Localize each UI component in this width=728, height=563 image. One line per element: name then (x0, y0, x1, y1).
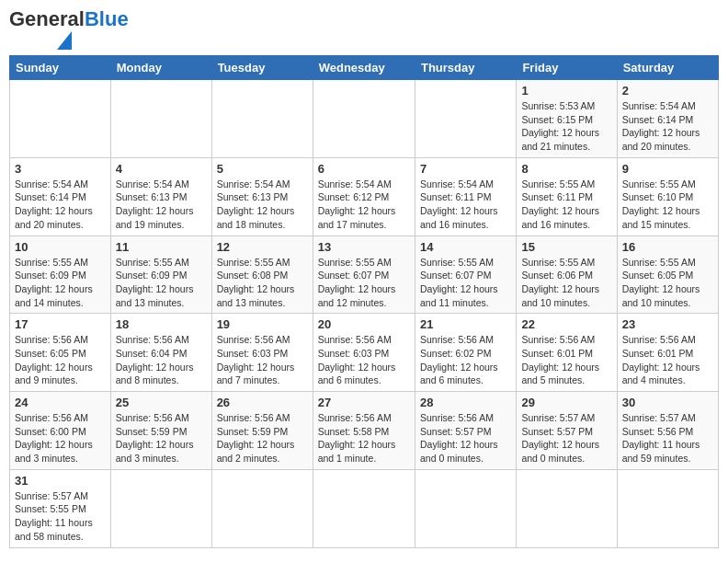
day-info: Sunrise: 5:54 AM Sunset: 6:14 PM Dayligh… (15, 178, 106, 232)
calendar-cell: 16Sunrise: 5:55 AM Sunset: 6:05 PM Dayli… (617, 236, 718, 314)
day-info: Sunrise: 5:56 AM Sunset: 6:01 PM Dayligh… (622, 333, 713, 387)
day-info: Sunrise: 5:55 AM Sunset: 6:09 PM Dayligh… (15, 256, 106, 310)
calendar-cell: 10Sunrise: 5:55 AM Sunset: 6:09 PM Dayli… (10, 236, 111, 314)
day-info: Sunrise: 5:56 AM Sunset: 5:58 PM Dayligh… (318, 411, 410, 465)
day-info: Sunrise: 5:55 AM Sunset: 6:07 PM Dayligh… (420, 256, 511, 310)
calendar-week-row: 10Sunrise: 5:55 AM Sunset: 6:09 PM Dayli… (10, 236, 719, 314)
calendar-week-row: 3Sunrise: 5:54 AM Sunset: 6:14 PM Daylig… (10, 157, 719, 236)
weekday-header-monday: Monday (110, 56, 211, 80)
day-number: 30 (622, 396, 713, 409)
day-info: Sunrise: 5:56 AM Sunset: 6:05 PM Dayligh… (15, 333, 106, 387)
calendar-cell: 12Sunrise: 5:55 AM Sunset: 6:08 PM Dayli… (211, 236, 313, 314)
logo-text: General (9, 9, 85, 29)
day-info: Sunrise: 5:56 AM Sunset: 6:04 PM Dayligh… (116, 333, 207, 387)
day-info: Sunrise: 5:55 AM Sunset: 6:06 PM Dayligh… (521, 256, 611, 310)
day-info: Sunrise: 5:57 AM Sunset: 5:55 PM Dayligh… (15, 489, 106, 544)
calendar-table: SundayMondayTuesdayWednesdayThursdayFrid… (9, 55, 719, 548)
day-info: Sunrise: 5:55 AM Sunset: 6:09 PM Dayligh… (116, 256, 207, 310)
day-number: 20 (318, 317, 410, 331)
calendar-week-row: 24Sunrise: 5:56 AM Sunset: 6:00 PM Dayli… (10, 392, 719, 470)
calendar-cell: 31Sunrise: 5:57 AM Sunset: 5:55 PM Dayli… (10, 469, 111, 547)
calendar-cell: 1Sunrise: 5:53 AM Sunset: 6:15 PM Daylig… (517, 80, 617, 158)
day-number: 27 (318, 396, 410, 409)
weekday-header-row: SundayMondayTuesdayWednesdayThursdayFrid… (10, 56, 719, 80)
day-info: Sunrise: 5:56 AM Sunset: 6:03 PM Dayligh… (318, 333, 410, 387)
calendar-cell: 4Sunrise: 5:54 AM Sunset: 6:13 PM Daylig… (110, 157, 211, 236)
calendar-cell: 13Sunrise: 5:55 AM Sunset: 6:07 PM Dayli… (313, 236, 415, 314)
calendar-cell: 2Sunrise: 5:54 AM Sunset: 6:14 PM Daylig… (617, 80, 718, 158)
day-info: Sunrise: 5:54 AM Sunset: 6:13 PM Dayligh… (116, 178, 207, 232)
day-number: 11 (116, 240, 207, 254)
calendar-cell: 29Sunrise: 5:57 AM Sunset: 5:57 PM Dayli… (517, 392, 617, 470)
calendar-cell: 25Sunrise: 5:56 AM Sunset: 5:59 PM Dayli… (110, 392, 211, 470)
day-number: 28 (420, 396, 511, 409)
calendar-week-row: 17Sunrise: 5:56 AM Sunset: 6:05 PM Dayli… (10, 314, 719, 392)
calendar-cell: 23Sunrise: 5:56 AM Sunset: 6:01 PM Dayli… (617, 314, 718, 392)
day-info: Sunrise: 5:56 AM Sunset: 5:59 PM Dayligh… (217, 411, 308, 465)
calendar-cell: 20Sunrise: 5:56 AM Sunset: 6:03 PM Dayli… (313, 314, 415, 392)
day-info: Sunrise: 5:54 AM Sunset: 6:11 PM Dayligh… (420, 178, 511, 232)
weekday-header-sunday: Sunday (10, 56, 111, 80)
calendar-cell: 24Sunrise: 5:56 AM Sunset: 6:00 PM Dayli… (10, 392, 111, 470)
calendar-cell: 22Sunrise: 5:56 AM Sunset: 6:01 PM Dayli… (517, 314, 617, 392)
calendar-cell: 28Sunrise: 5:56 AM Sunset: 5:57 PM Dayli… (415, 392, 516, 470)
day-info: Sunrise: 5:57 AM Sunset: 5:57 PM Dayligh… (521, 411, 611, 465)
calendar-cell: 17Sunrise: 5:56 AM Sunset: 6:05 PM Dayli… (10, 314, 111, 392)
day-number: 4 (116, 162, 207, 176)
day-number: 14 (420, 240, 511, 254)
calendar-cell (211, 80, 313, 158)
calendar-cell: 21Sunrise: 5:56 AM Sunset: 6:02 PM Dayli… (415, 314, 516, 392)
calendar-week-row: 1Sunrise: 5:53 AM Sunset: 6:15 PM Daylig… (10, 80, 719, 158)
day-info: Sunrise: 5:56 AM Sunset: 5:57 PM Dayligh… (420, 411, 511, 465)
logo-triangle-icon (57, 31, 72, 50)
day-number: 7 (420, 162, 511, 176)
calendar-cell (110, 469, 211, 547)
calendar-cell: 27Sunrise: 5:56 AM Sunset: 5:58 PM Dayli… (313, 392, 415, 470)
calendar-cell: 30Sunrise: 5:57 AM Sunset: 5:56 PM Dayli… (617, 392, 718, 470)
day-number: 2 (622, 84, 713, 98)
day-info: Sunrise: 5:56 AM Sunset: 6:00 PM Dayligh… (15, 411, 106, 465)
weekday-header-tuesday: Tuesday (211, 56, 313, 80)
calendar-cell: 9Sunrise: 5:55 AM Sunset: 6:10 PM Daylig… (617, 157, 718, 236)
day-info: Sunrise: 5:56 AM Sunset: 6:03 PM Dayligh… (217, 333, 308, 387)
day-info: Sunrise: 5:57 AM Sunset: 5:56 PM Dayligh… (622, 411, 713, 465)
day-number: 10 (15, 240, 106, 254)
day-number: 13 (318, 240, 410, 254)
day-number: 12 (217, 240, 308, 254)
calendar-cell: 3Sunrise: 5:54 AM Sunset: 6:14 PM Daylig… (10, 157, 111, 236)
day-number: 5 (217, 162, 308, 176)
day-info: Sunrise: 5:55 AM Sunset: 6:05 PM Dayligh… (622, 256, 713, 310)
day-number: 9 (622, 162, 713, 176)
calendar-cell: 26Sunrise: 5:56 AM Sunset: 5:59 PM Dayli… (211, 392, 313, 470)
weekday-header-saturday: Saturday (617, 56, 718, 80)
calendar-cell: 19Sunrise: 5:56 AM Sunset: 6:03 PM Dayli… (211, 314, 313, 392)
day-info: Sunrise: 5:55 AM Sunset: 6:11 PM Dayligh… (521, 178, 611, 232)
day-number: 18 (116, 317, 207, 331)
logo-blue-text: Blue (85, 9, 129, 29)
weekday-header-wednesday: Wednesday (313, 56, 415, 80)
day-info: Sunrise: 5:55 AM Sunset: 6:08 PM Dayligh… (217, 256, 308, 310)
day-info: Sunrise: 5:54 AM Sunset: 6:14 PM Dayligh… (622, 99, 713, 154)
calendar-week-row: 31Sunrise: 5:57 AM Sunset: 5:55 PM Dayli… (10, 469, 719, 547)
calendar-cell (313, 80, 415, 158)
day-number: 15 (521, 240, 611, 254)
calendar-cell: 5Sunrise: 5:54 AM Sunset: 6:13 PM Daylig… (211, 157, 313, 236)
calendar-cell (313, 469, 415, 547)
day-info: Sunrise: 5:53 AM Sunset: 6:15 PM Dayligh… (521, 99, 611, 154)
day-info: Sunrise: 5:55 AM Sunset: 6:10 PM Dayligh… (622, 178, 713, 232)
day-number: 3 (15, 162, 106, 176)
header: General Blue (9, 9, 719, 50)
day-number: 8 (521, 162, 611, 176)
day-number: 25 (116, 396, 207, 409)
day-number: 29 (521, 396, 611, 409)
day-info: Sunrise: 5:54 AM Sunset: 6:12 PM Dayligh… (318, 178, 410, 232)
day-info: Sunrise: 5:56 AM Sunset: 6:01 PM Dayligh… (521, 333, 611, 387)
day-number: 1 (521, 84, 611, 98)
day-number: 23 (622, 317, 713, 331)
logo: General Blue (9, 9, 129, 50)
calendar-cell (617, 469, 718, 547)
day-number: 19 (217, 317, 308, 331)
calendar-cell: 7Sunrise: 5:54 AM Sunset: 6:11 PM Daylig… (415, 157, 516, 236)
calendar-cell (517, 469, 617, 547)
day-number: 17 (15, 317, 106, 331)
